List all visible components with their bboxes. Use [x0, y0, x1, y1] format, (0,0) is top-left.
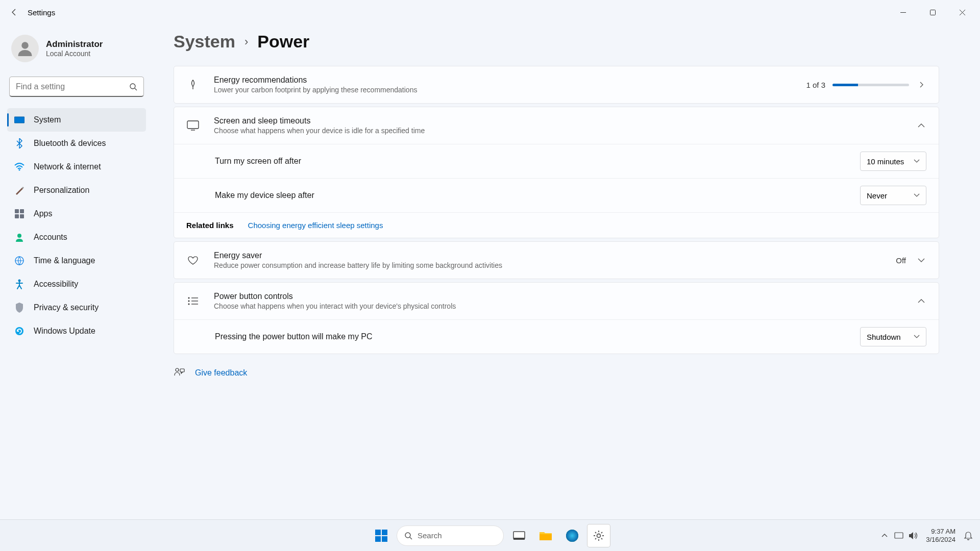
breadcrumb-parent[interactable]: System: [174, 32, 235, 52]
sidebar-item-personalization[interactable]: Personalization: [7, 179, 146, 202]
svg-point-15: [188, 297, 190, 299]
close-button[interactable]: [947, 2, 977, 22]
sidebar-item-label: System: [34, 115, 61, 124]
sidebar-item-label: Accessibility: [34, 280, 78, 289]
search-icon: [129, 83, 137, 91]
sidebar-item-label: Accounts: [34, 233, 67, 242]
user-profile[interactable]: Administrator Local Account: [7, 35, 146, 77]
chevron-up-icon: [916, 120, 926, 131]
user-account-type: Local Account: [46, 49, 103, 58]
chevron-down-icon: [914, 193, 920, 197]
power-button-press-dropdown[interactable]: Shutdown: [860, 327, 926, 346]
dropdown-value: Shutdown: [867, 333, 901, 341]
user-name: Administrator: [46, 39, 103, 49]
search-icon: [404, 532, 412, 540]
taskbar-time: 9:37 AM: [926, 528, 955, 536]
card-title: Power button controls: [214, 292, 909, 301]
taskbar-search[interactable]: Search: [397, 525, 504, 546]
sidebar-item-label: Time & language: [34, 256, 95, 265]
sidebar-item-accounts[interactable]: Accounts: [7, 226, 146, 249]
svg-rect-25: [513, 532, 525, 539]
svg-rect-3: [14, 117, 24, 123]
dropdown-value: 10 minutes: [867, 157, 904, 166]
power-button-header[interactable]: Power button controls Choose what happen…: [174, 283, 939, 319]
search-field[interactable]: [16, 82, 129, 91]
screen-off-row: Turn my screen off after 10 minutes: [174, 144, 939, 178]
svg-point-30: [597, 534, 601, 537]
notifications-tray-icon[interactable]: [963, 530, 974, 541]
taskbar-clock[interactable]: 9:37 AM 3/16/2024: [926, 528, 955, 543]
sidebar-item-apps[interactable]: Apps: [7, 202, 146, 226]
svg-point-17: [188, 304, 190, 305]
feedback-icon: [174, 367, 185, 379]
paintbrush-icon: [14, 185, 24, 195]
progress-text: 1 of 3: [806, 81, 825, 89]
shield-icon: [14, 303, 24, 313]
minimize-button[interactable]: [888, 2, 918, 22]
svg-rect-31: [895, 533, 903, 538]
screen-off-dropdown[interactable]: 10 minutes: [860, 152, 926, 171]
file-explorer-button[interactable]: [534, 524, 557, 547]
sidebar-item-time-language[interactable]: Time & language: [7, 249, 146, 272]
sidebar-item-network[interactable]: Network & internet: [7, 155, 146, 179]
device-sleep-dropdown[interactable]: Never: [860, 186, 926, 205]
svg-rect-0: [930, 10, 935, 15]
svg-point-24: [405, 533, 410, 538]
screen-sleep-header[interactable]: Screen and sleep timeouts Choose what ha…: [174, 107, 939, 144]
feedback-row: Give feedback: [174, 367, 939, 379]
settings-button[interactable]: [587, 524, 610, 547]
svg-rect-9: [20, 214, 24, 218]
sidebar-item-accessibility[interactable]: Accessibility: [7, 272, 146, 296]
power-button-press-row: Pressing the power button will make my P…: [174, 319, 939, 354]
sidebar-item-label: Privacy & security: [34, 303, 99, 312]
device-sleep-row: Make my device sleep after Never: [174, 178, 939, 212]
card-title: Energy saver: [214, 251, 896, 260]
energy-saver-state: Off: [896, 256, 906, 265]
back-button[interactable]: [3, 1, 26, 23]
svg-rect-19: [180, 369, 184, 372]
card-description: Choose what happens when you interact wi…: [214, 302, 909, 310]
energy-recommendations-card[interactable]: Energy recommendations Lower your carbon…: [174, 66, 939, 104]
list-icon: [186, 294, 200, 308]
power-button-card: Power button controls Choose what happen…: [174, 282, 939, 354]
sidebar-item-label: Windows Update: [34, 327, 95, 336]
sidebar-item-bluetooth[interactable]: Bluetooth & devices: [7, 132, 146, 155]
taskbar-search-label: Search: [418, 531, 442, 540]
volume-tray-icon[interactable]: [908, 530, 919, 541]
energy-saver-card[interactable]: Energy saver Reduce power consumption an…: [174, 241, 939, 279]
maximize-button[interactable]: [918, 2, 947, 22]
svg-rect-23: [382, 536, 387, 542]
wifi-icon: [14, 162, 24, 172]
dropdown-value: Never: [867, 191, 887, 200]
svg-rect-21: [382, 530, 387, 535]
give-feedback-link[interactable]: Give feedback: [195, 368, 247, 378]
sidebar-item-label: Network & internet: [34, 162, 101, 171]
progress-bar: [832, 84, 909, 86]
sidebar-item-system[interactable]: System: [7, 108, 146, 132]
edge-button[interactable]: [561, 524, 583, 547]
breadcrumb: System › Power: [174, 32, 939, 52]
card-description: Lower your carbon footprint by applying …: [214, 86, 806, 94]
tray-chevron-icon[interactable]: [879, 530, 890, 541]
search-input[interactable]: [9, 77, 144, 97]
card-title: Energy recommendations: [214, 76, 806, 85]
start-button[interactable]: [370, 524, 393, 547]
globe-icon: [14, 256, 24, 266]
network-tray-icon[interactable]: [893, 530, 904, 541]
chevron-down-icon: [914, 335, 920, 339]
svg-point-2: [130, 84, 135, 89]
svg-point-1: [21, 42, 29, 49]
chevron-right-icon: [916, 80, 926, 90]
svg-point-18: [176, 368, 179, 371]
task-view-button[interactable]: [508, 524, 530, 547]
svg-rect-22: [375, 536, 381, 542]
sidebar-item-privacy[interactable]: Privacy & security: [7, 296, 146, 319]
related-links-row: Related links Choosing energy efficient …: [174, 212, 939, 238]
card-description: Choose what happens when your device is …: [214, 127, 909, 135]
sidebar-item-windows-update[interactable]: Windows Update: [7, 319, 146, 343]
leaf-icon: [186, 78, 200, 91]
chevron-down-icon: [914, 159, 920, 163]
bluetooth-icon: [14, 138, 24, 148]
svg-rect-27: [540, 534, 552, 540]
related-link[interactable]: Choosing energy efficient sleep settings: [248, 221, 383, 230]
